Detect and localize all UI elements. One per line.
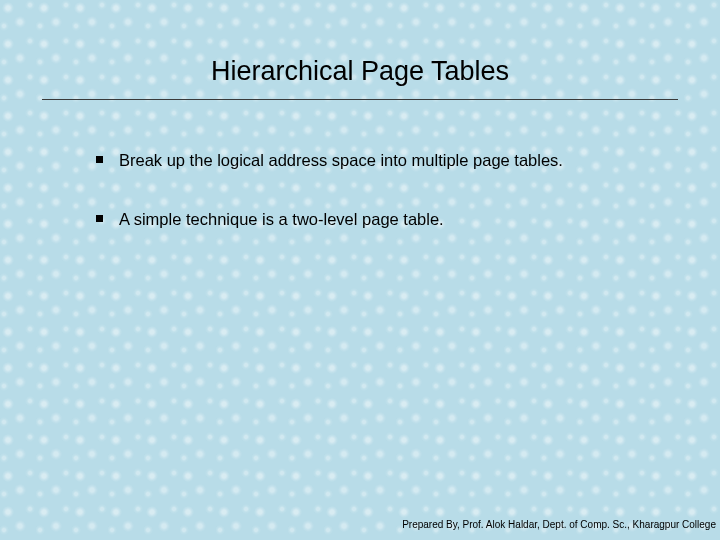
list-item: A simple technique is a two-level page t… — [96, 209, 646, 230]
list-item: Break up the logical address space into … — [96, 150, 646, 171]
slide-title: Hierarchical Page Tables — [0, 56, 720, 87]
bullet-square-icon — [96, 156, 103, 163]
footer-credit: Prepared By, Prof. Alok Haldar, Dept. of… — [402, 519, 716, 530]
slide: Hierarchical Page Tables Break up the lo… — [0, 0, 720, 540]
title-divider — [42, 99, 678, 100]
bullet-text: A simple technique is a two-level page t… — [119, 209, 444, 230]
bullet-square-icon — [96, 215, 103, 222]
content-area: Break up the logical address space into … — [96, 150, 646, 269]
bullet-text: Break up the logical address space into … — [119, 150, 563, 171]
